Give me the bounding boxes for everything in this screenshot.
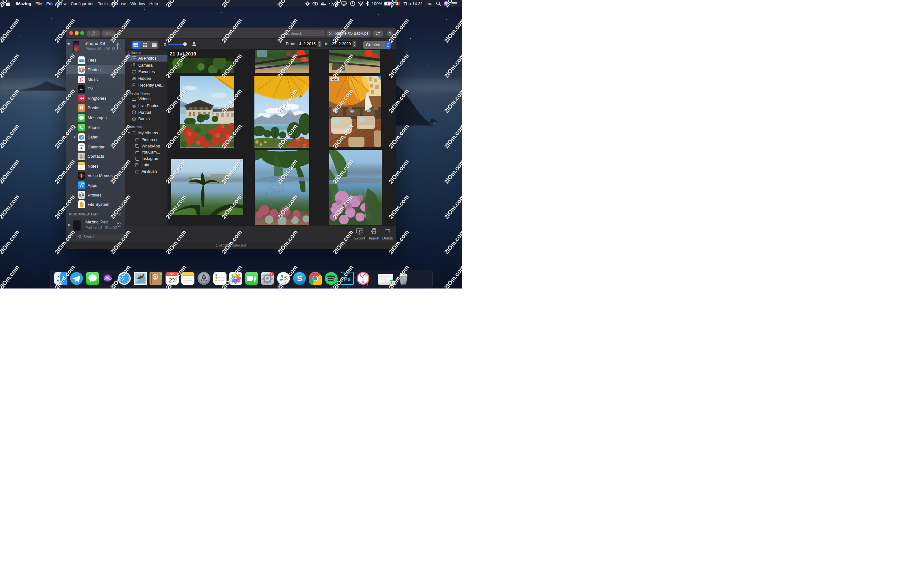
svg-text:27: 27 <box>169 277 176 284</box>
svg-text:1: 1 <box>271 272 272 276</box>
svg-text:HDR: HDR <box>332 78 338 81</box>
svg-text:FEB: FEB <box>170 273 174 276</box>
svg-text:S: S <box>297 274 302 283</box>
svg-text:4: 4 <box>81 146 82 150</box>
svg-text:tv: tv <box>80 87 83 91</box>
svg-text:Ps: Ps <box>344 276 351 282</box>
